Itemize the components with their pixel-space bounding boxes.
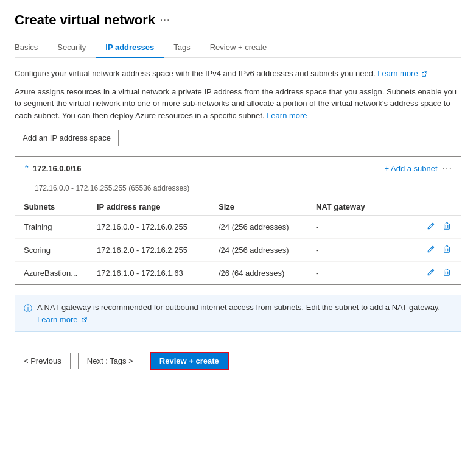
chevron-up-icon: ⌃: [24, 164, 29, 172]
delete-azurebastion-button[interactable]: [441, 267, 452, 280]
subnet-actions-azurebastion: [380, 262, 461, 285]
subnet-table: Subnets IP address range Size NAT gatewa…: [15, 199, 461, 284]
subnet-size-scoring: /24 (256 addresses): [210, 239, 307, 262]
edit-scoring-button[interactable]: [425, 244, 436, 256]
info-icon: ⓘ: [24, 302, 32, 315]
subnet-ip-range-training: 172.16.0.0 - 172.16.0.255: [88, 216, 210, 239]
subnet-name-scoring[interactable]: Scoring: [15, 239, 88, 262]
subnet-nat-azurebastion: -: [307, 262, 380, 285]
edit-azurebastion-button[interactable]: [425, 267, 436, 280]
subnet-size-azurebastion: /26 (64 addresses): [210, 262, 307, 285]
subnet-name-training[interactable]: Training: [15, 216, 88, 239]
table-row: AzureBastion... 172.16.1.0 - 172.16.1.63…: [15, 262, 461, 285]
nat-info-text: A NAT gateway is recommended for outboun…: [37, 302, 452, 325]
page-title: Create virtual network: [15, 12, 155, 28]
learn-more-link-2[interactable]: Learn more: [267, 111, 307, 120]
tab-basics[interactable]: Basics: [15, 38, 47, 58]
col-header-actions: [380, 199, 461, 216]
ip-space-header: ⌃ 172.16.0.0/16 + Add a subnet ···: [15, 157, 461, 180]
learn-more-link-1[interactable]: Learn more: [377, 69, 427, 78]
table-header-row: Subnets IP address range Size NAT gatewa…: [15, 199, 461, 216]
tab-tags[interactable]: Tags: [164, 38, 200, 58]
tab-ip-addresses[interactable]: IP addresses: [96, 38, 164, 58]
add-subnet-button[interactable]: + Add a subnet: [385, 164, 438, 173]
ip-space-cidr: 172.16.0.0/16: [33, 164, 82, 173]
col-header-subnets: Subnets: [15, 199, 88, 216]
delete-scoring-button[interactable]: [441, 244, 452, 256]
nat-info-box: ⓘ A NAT gateway is recommended for outbo…: [15, 295, 461, 332]
tab-review-create[interactable]: Review + create: [200, 38, 277, 58]
subnet-name-azurebastion[interactable]: AzureBastion...: [15, 262, 88, 285]
edit-training-button[interactable]: [425, 220, 436, 233]
tab-security[interactable]: Security: [47, 38, 96, 58]
subnet-nat-training: -: [307, 216, 380, 239]
footer: < Previous Next : Tags > Review + create: [0, 342, 476, 379]
title-ellipsis-button[interactable]: ···: [160, 15, 170, 26]
ip-space-actions: + Add a subnet ···: [385, 163, 452, 174]
delete-training-button[interactable]: [441, 220, 452, 233]
table-row: Scoring 172.16.2.0 - 172.16.2.255 /24 (2…: [15, 239, 461, 262]
tab-bar: Basics Security IP addresses Tags Review…: [15, 38, 461, 58]
subnet-size-training: /24 (256 addresses): [210, 216, 307, 239]
subnet-actions-scoring: [380, 239, 461, 262]
description-2: Azure assigns resources in a virtual net…: [15, 86, 461, 122]
description-1: Configure your virtual network address s…: [15, 68, 461, 80]
previous-button[interactable]: < Previous: [15, 353, 71, 369]
external-link-icon-1: [421, 71, 427, 77]
subnet-ip-range-scoring: 172.16.2.0 - 172.16.2.255: [88, 239, 210, 262]
ip-range-description: 172.16.0.0 - 172.16.255.255 (65536 addre…: [15, 180, 461, 199]
next-tags-button[interactable]: Next : Tags >: [78, 353, 142, 369]
table-row: Training 172.16.0.0 - 172.16.0.255 /24 (…: [15, 216, 461, 239]
subnet-actions-training: [380, 216, 461, 239]
subnet-ip-range-azurebastion: 172.16.1.0 - 172.16.1.63: [88, 262, 210, 285]
ip-space-more-button[interactable]: ···: [443, 163, 452, 174]
col-header-ip-range: IP address range: [88, 199, 210, 216]
nat-learn-more-link[interactable]: Learn more: [37, 315, 87, 324]
subnet-nat-scoring: -: [307, 239, 380, 262]
col-header-nat: NAT gateway: [307, 199, 380, 216]
ip-space-title: ⌃ 172.16.0.0/16: [24, 164, 82, 173]
col-header-size: Size: [210, 199, 307, 216]
ip-space-box: ⌃ 172.16.0.0/16 + Add a subnet ··· 172.1…: [15, 156, 461, 285]
review-create-button[interactable]: Review + create: [150, 352, 229, 370]
external-link-icon-nat: [81, 317, 87, 323]
add-ip-address-space-button[interactable]: Add an IP address space: [15, 130, 119, 146]
